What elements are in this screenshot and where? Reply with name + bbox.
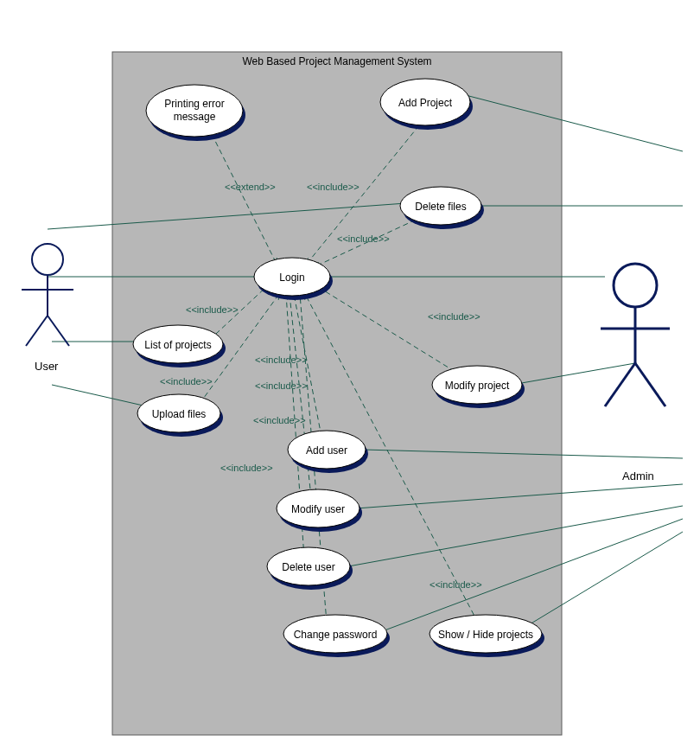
uc-upload-files: Upload files [152,408,207,420]
svg-point-64 [614,264,657,307]
uc-modify-project: Modify project [445,380,510,392]
uc-add-project: Add Project [398,97,453,109]
uc-add-user: Add user [306,444,347,457]
svg-text:<<include>>: <<include>> [307,182,360,192]
svg-text:<<include>>: <<include>> [428,311,480,322]
svg-text:<<include>>: <<include>> [337,233,390,244]
svg-point-59 [32,244,63,275]
uc-delete-files: Delete files [415,201,466,213]
svg-text:<<include>>: <<include>> [253,415,306,425]
svg-text:<<include>>: <<include>> [430,579,482,590]
uc-modify-user: Modify user [291,503,345,515]
uc-delete-user: Delete user [282,561,334,573]
svg-text:<<include>>: <<include>> [255,380,308,391]
svg-line-67 [605,363,635,406]
svg-text:<<include>>: <<include>> [160,376,213,387]
svg-text:<<include>>: <<include>> [186,304,239,315]
uc-printing-error-line2: message [174,111,216,123]
actor-user [22,244,73,346]
uc-login: Login [279,272,304,284]
svg-text:<<include>>: <<include>> [220,463,273,473]
uc-list-projects: List of projects [144,339,211,351]
use-case-diagram: Web Based Project Management System <<ex… [0,0,700,754]
svg-text:<<extend>>: <<extend>> [225,182,276,192]
svg-line-68 [635,363,665,406]
actor-admin [601,264,670,406]
uc-change-password: Change password [294,629,378,641]
actor-admin-label: Admin [622,470,654,482]
actor-user-label: User [35,360,59,373]
svg-line-62 [26,316,48,346]
uc-show-hide-projects: Show / Hide projects [438,629,533,641]
uc-printing-error-line1: Printing error [164,98,224,110]
system-title: Web Based Project Management System [242,55,431,67]
svg-text:<<include>>: <<include>> [255,355,308,365]
